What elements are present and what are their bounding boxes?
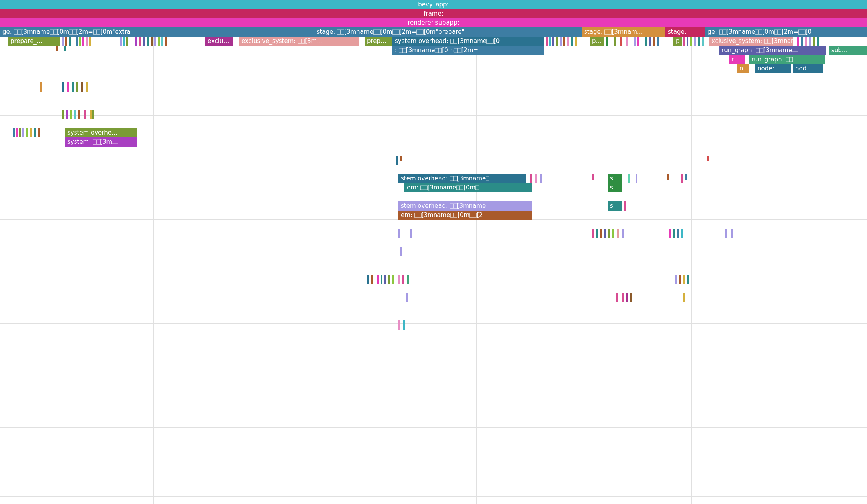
trace-tick[interactable]	[725, 229, 727, 238]
trace-tick[interactable]	[90, 110, 92, 119]
trace-span[interactable]: p	[673, 37, 682, 46]
trace-tick[interactable]	[653, 37, 655, 46]
trace-tick[interactable]	[65, 37, 67, 46]
trace-tick[interactable]	[86, 82, 88, 92]
trace-tick[interactable]	[406, 293, 408, 302]
trace-span[interactable]: bevy_app:	[0, 0, 867, 9]
trace-span[interactable]: node:…	[755, 64, 791, 73]
trace-tick[interactable]	[575, 37, 577, 46]
trace-tick[interactable]	[92, 110, 94, 119]
trace-span[interactable]: ge: ⎕⎕[3mname⎕⎕[0m⎕⎕[2m=⎕⎕[0m"extra	[0, 27, 199, 37]
trace-tick[interactable]	[400, 247, 402, 256]
trace-tick[interactable]	[687, 275, 689, 284]
trace-span[interactable]: run_graph: ⎕⎕…	[749, 55, 825, 64]
trace-tick[interactable]	[813, 37, 815, 46]
trace-span[interactable]: p…	[590, 37, 604, 46]
trace-tick[interactable]	[817, 37, 819, 46]
trace-tick[interactable]	[694, 37, 696, 46]
trace-tick[interactable]	[384, 275, 386, 284]
trace-tick[interactable]	[40, 82, 42, 92]
trace-tick[interactable]	[403, 320, 405, 330]
trace-tick[interactable]	[797, 37, 799, 46]
trace-tick[interactable]	[154, 37, 156, 46]
trace-tick[interactable]	[82, 37, 84, 46]
trace-span[interactable]: : ⎕⎕[3mname⎕⎕[0m⎕⎕[2m=	[392, 46, 544, 55]
trace-tick[interactable]	[135, 37, 137, 46]
trace-tick[interactable]	[22, 128, 24, 137]
trace-tick[interactable]	[165, 37, 167, 46]
trace-tick[interactable]	[64, 46, 66, 51]
trace-span[interactable]: sub…	[829, 46, 867, 55]
trace-tick[interactable]	[78, 110, 80, 119]
trace-tick[interactable]	[76, 37, 78, 46]
trace-tick[interactable]	[805, 37, 807, 46]
trace-tick[interactable]	[381, 275, 382, 284]
trace-tick[interactable]	[612, 229, 614, 238]
trace-tick[interactable]	[636, 174, 638, 183]
trace-span[interactable]: ge: ⎕⎕[3mname⎕⎕[0m⎕⎕[2m=⎕⎕[0	[705, 27, 867, 37]
trace-tick[interactable]	[567, 37, 569, 46]
trace-tick[interactable]	[685, 174, 687, 180]
trace-tick[interactable]	[571, 37, 573, 46]
trace-tick[interactable]	[667, 174, 669, 180]
trace-tick[interactable]	[377, 275, 379, 284]
trace-tick[interactable]	[66, 110, 68, 119]
trace-span[interactable]: em: ⎕⎕[3mname⎕⎕[0m⎕	[404, 183, 532, 192]
trace-tick[interactable]	[371, 275, 373, 284]
trace-span[interactable]: s	[608, 183, 622, 192]
trace-tick[interactable]	[139, 37, 141, 46]
trace-tick[interactable]	[147, 37, 149, 46]
trace-tick[interactable]	[400, 156, 402, 161]
trace-tick[interactable]	[56, 46, 58, 51]
trace-tick[interactable]	[540, 174, 542, 183]
trace-tick[interactable]	[161, 37, 163, 46]
trace-span[interactable]: stem overhead: ⎕⎕[3mname	[398, 201, 532, 211]
trace-tick[interactable]	[398, 320, 400, 330]
trace-tick[interactable]	[62, 82, 64, 92]
trace-tick[interactable]	[38, 128, 40, 137]
trace-tick[interactable]	[30, 128, 32, 137]
trace-span[interactable]: stage:	[665, 27, 705, 37]
trace-tick[interactable]	[546, 37, 548, 46]
trace-tick[interactable]	[398, 275, 400, 284]
trace-tick[interactable]	[407, 275, 409, 284]
trace-tick[interactable]	[604, 229, 606, 238]
trace-tick[interactable]	[34, 128, 36, 137]
trace-span[interactable]: s	[608, 201, 622, 211]
trace-tick[interactable]	[592, 229, 594, 238]
trace-tick[interactable]	[70, 110, 72, 119]
trace-tick[interactable]	[690, 37, 692, 46]
trace-tick[interactable]	[26, 128, 28, 137]
trace-tick[interactable]	[731, 229, 733, 238]
trace-tick[interactable]	[683, 293, 685, 302]
trace-tick[interactable]	[675, 275, 677, 284]
trace-tick[interactable]	[702, 37, 704, 46]
trace-span[interactable]: system overhe…	[65, 128, 137, 137]
trace-tick[interactable]	[698, 37, 700, 46]
trace-tick[interactable]	[410, 229, 412, 238]
trace-tick[interactable]	[616, 293, 618, 302]
trace-tick[interactable]	[681, 174, 683, 183]
trace-tick[interactable]	[151, 37, 153, 46]
trace-tick[interactable]	[628, 174, 630, 183]
trace-span[interactable]: n	[737, 64, 749, 73]
trace-tick[interactable]	[388, 275, 390, 284]
trace-tick[interactable]	[143, 37, 145, 46]
trace-tick[interactable]	[606, 37, 608, 46]
trace-tick[interactable]	[69, 37, 71, 46]
trace-tick[interactable]	[596, 229, 598, 238]
trace-tick[interactable]	[669, 229, 671, 238]
trace-tick[interactable]	[809, 37, 811, 46]
trace-tick[interactable]	[563, 37, 565, 46]
trace-span[interactable]: xclusive_system: ⎕⎕[3mname…	[709, 37, 793, 46]
trace-tick[interactable]	[677, 229, 679, 238]
trace-tick[interactable]	[624, 201, 626, 211]
trace-tick[interactable]	[622, 229, 624, 238]
trace-span[interactable]: stem overhead: ⎕⎕[3mname⎕	[398, 174, 526, 183]
trace-tick[interactable]	[626, 37, 628, 46]
trace-tick[interactable]	[649, 37, 651, 46]
trace-tick[interactable]	[681, 229, 683, 238]
trace-span[interactable]: stage: ⎕⎕[3mnam…	[582, 27, 665, 37]
trace-tick[interactable]	[683, 37, 685, 46]
trace-tick[interactable]	[19, 128, 21, 137]
